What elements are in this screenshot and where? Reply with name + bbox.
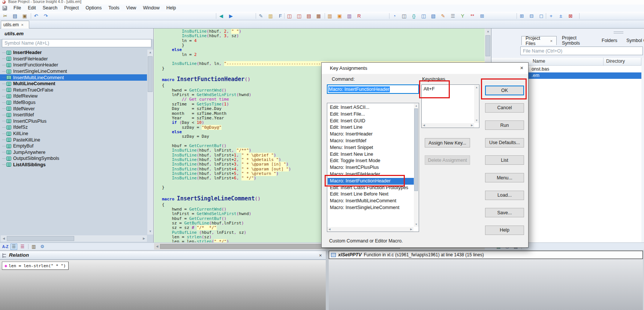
menu-window[interactable]: Window [139,5,163,12]
file-properties-icon[interactable]: F [277,12,284,20]
help-button[interactable]: Help [485,226,524,235]
calendar-icon[interactable]: ▦ [315,12,322,20]
panel-drag-handle[interactable] [614,32,623,33]
cancel-button[interactable]: Cancel [485,103,524,113]
close-icon[interactable]: × [518,65,526,71]
tab-close-icon[interactable]: × [550,39,553,43]
dialog-title-bar[interactable]: Key Assignments × [322,63,528,74]
delete-item-icon[interactable]: ⊠ [567,12,574,20]
navigate-forward-icon[interactable]: ▶ [227,12,235,20]
table-view-icon[interactable]: ⊞ [518,12,526,20]
book-pencil-icon[interactable]: ▥ [326,12,334,20]
menu-project[interactable]: Project [61,5,82,12]
close-icon[interactable]: × [319,253,322,258]
sort-alpha-icon[interactable]: A-Z [2,244,9,250]
symbol-item-pastekillline[interactable]: PasteKillLine [0,137,147,143]
symbol-item-insertmultilinecomment[interactable]: InsertMultiLineComment [0,74,147,81]
symbol-item-insertfunctionheader[interactable]: InsertFunctionHeader [0,62,147,68]
stack-icon[interactable]: ☰ [449,12,457,20]
paste-icon[interactable]: ▣ [21,12,28,20]
symbol-item-multilinecomment[interactable]: MultiLineComment [0,81,147,87]
command-item[interactable]: Macro: InsertCPlusPlus [328,164,414,171]
scrollbar-thumb[interactable] [414,108,418,191]
scroll-up-icon[interactable]: ▲ [485,29,491,35]
load-button[interactable]: Load... [485,191,524,200]
open-folder-icon[interactable]: ▥ [267,12,274,20]
command-item[interactable]: Edit: Insert Line Before Next [328,191,414,198]
symbol-item-ifdefsz[interactable]: IfdefSz [0,124,147,131]
panel-splitter[interactable] [326,250,329,310]
symbol-item-ifdefnever[interactable]: IfdefNever [0,105,147,112]
tab-symbol-c[interactable]: Symbol C [623,36,644,45]
undo-icon[interactable]: ↶ [32,12,40,20]
document-edit-icon[interactable]: ✎ [257,12,265,20]
merge-icon[interactable]: Y [459,12,466,20]
scroll-down-icon[interactable]: ▼ [147,229,153,235]
scroll-down-icon[interactable]: ▼ [414,222,419,227]
symbol-item-listallsiblings[interactable]: ListAllSiblings [0,162,147,168]
command-item[interactable]: Edit: Insert File... [328,111,414,118]
scroll-up-icon[interactable]: ▲ [414,104,419,108]
command-item[interactable]: Macro: InsertMultiLineComment [328,198,414,205]
column-header-name[interactable]: Name [533,59,545,64]
symbol-item-returntrueorfalse[interactable]: ReturnTrueOrFalse [0,87,147,93]
command-item[interactable]: Edit: Insert New Line [328,151,414,158]
scroll-right-icon[interactable]: ▶ [470,124,474,127]
copy-icon[interactable]: ▤ [11,12,19,20]
brace-icon[interactable]: {} [410,12,418,20]
command-item[interactable]: Edit: Insert Line [328,124,414,131]
table-cell-icon[interactable]: ◻ [538,12,545,20]
menu-file[interactable]: File [10,5,24,12]
scrollbar-vertical[interactable]: ▲ ▼ [414,104,419,227]
symbol-item-jumpanywhere[interactable]: JumpAnywhere [0,149,147,156]
symbol-scrollbar-vertical[interactable]: ▲ ▼ [147,50,153,235]
pencil-icon[interactable]: ✎ [439,12,447,20]
menu-button[interactable]: Menu... [485,173,524,182]
tab-project-files[interactable]: Project Files× [521,36,557,45]
scrollbar-thumb[interactable] [7,236,74,241]
symbol-item-ifdefbogus[interactable]: IfdefBogus [0,99,147,106]
menu-options[interactable]: Options [82,5,105,12]
table-row-icon[interactable]: ⊟ [528,12,535,20]
symbol-search-input[interactable] [2,39,151,47]
command-input[interactable]: Macro: InsertFunctionHeader [327,84,419,94]
screen-red-icon[interactable]: ◫ [286,12,293,20]
column-divider[interactable] [603,58,604,66]
symbol-scrollbar-horizontal[interactable]: ◀ ▶ [1,235,147,242]
command-item[interactable]: Macro: InsertSingleLineComment [328,205,414,211]
screen-red2-icon[interactable]: ◫ [295,12,303,20]
column-header-directory[interactable]: Directory [606,59,625,64]
file-search-input[interactable] [520,47,643,55]
add-item-icon[interactable]: + [547,12,555,20]
list-button[interactable]: List [485,155,524,165]
list-view-icon[interactable]: ☰ [10,244,17,250]
command-listbox[interactable]: Edit: Insert ASCII...Edit: Insert File..… [327,103,419,232]
relation-panel-header[interactable]: Relation × [0,251,326,260]
command-item[interactable]: Macro: InsertHeader [328,131,414,138]
symbol-item-insertcplusplus[interactable]: InsertCPlusPlus [0,118,147,125]
window-image-icon[interactable]: ▧ [430,12,437,20]
window-export-icon[interactable]: ◫ [420,12,427,20]
symbol-item-insertheader[interactable]: InsertHeader [0,50,147,56]
adjust-item-icon[interactable]: ± [557,12,565,20]
scroll-left-icon[interactable]: ◀ [422,124,426,127]
scroll-right-icon[interactable]: ▶ [141,237,147,240]
tab-folders[interactable]: Folders [598,36,621,45]
scrollbar-vertical[interactable]: ▲ ▼ [474,85,479,123]
relation-root-node[interactable]: ◆ len = len-strlen(" * ") [2,262,69,270]
books-icon[interactable]: ▥ [346,12,353,20]
symbol-item-killline[interactable]: KillLine [0,131,147,137]
menu-search[interactable]: Search [39,5,61,12]
tab-project-symbols[interactable]: Project Symbols [558,36,596,45]
scrollbar-thumb[interactable] [148,56,153,92]
menu-view[interactable]: View [123,5,140,12]
grid-icon[interactable]: ⊞ [478,12,486,20]
symbol-item-insertifdef[interactable]: InsertIfdef [0,112,147,118]
symbol-item-emptybuf[interactable]: EmptyBuf [0,143,147,149]
book-icon[interactable]: ▥ [30,244,37,250]
doc-arrow-icon[interactable]: ▤ [305,12,313,20]
scroll-up-icon[interactable]: ▲ [147,50,153,56]
symbol-item-insertsinglelinecomment[interactable]: InsertSingleLineComment [0,68,147,75]
menu-tools[interactable]: Tools [105,5,123,12]
run-button[interactable]: Run [485,120,524,130]
